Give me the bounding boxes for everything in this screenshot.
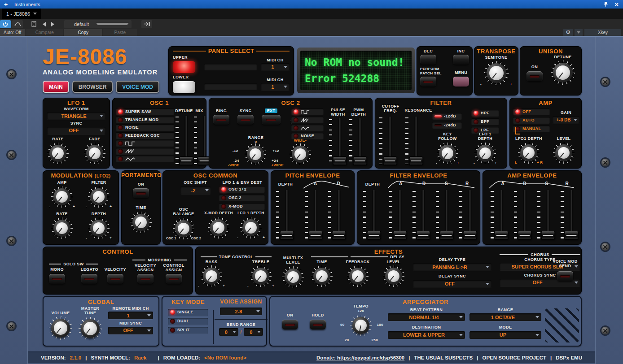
gain-dropdown[interactable]: +-0 DB: [553, 116, 579, 124]
multifx-level-knob[interactable]: MULTI-FX LEVEL: [278, 256, 308, 288]
mod-rate-knob[interactable]: RATE: [48, 212, 76, 239]
osc1-triangle-mod-option[interactable]: TRIANGLE MOD: [116, 117, 174, 123]
amp-release-slider[interactable]: [561, 189, 577, 240]
menu-button[interactable]: [453, 77, 469, 87]
master-tune-knob[interactable]: MASTER TUNE: [79, 306, 102, 340]
tab-voice-mod[interactable]: VOICE MOD: [116, 81, 159, 93]
dec-button[interactable]: [420, 55, 436, 65]
osc-shift-dropdown[interactable]: -2: [180, 186, 211, 194]
amp-attack-slider[interactable]: [491, 189, 507, 240]
osc2-range-knob[interactable]: RANGE 0 -12 +12 -24 +24 -WIDE +WIDE: [230, 135, 282, 167]
lower-midi-ch-dropdown[interactable]: 1: [261, 83, 290, 91]
osc2-square-wave-option[interactable]: [291, 108, 324, 115]
lfo1-rate-knob[interactable]: RATE: [47, 137, 69, 164]
beat-pattern-dropdown[interactable]: NORMAL 1/4: [388, 313, 465, 321]
delay-level-knob[interactable]: LEVEL: [383, 260, 404, 287]
tab-browser[interactable]: BROWSER: [72, 81, 113, 93]
resonance-slider[interactable]: [405, 116, 422, 166]
osc1-mix-slider[interactable]: [194, 115, 211, 166]
xkey-button[interactable]: Xkey: [584, 29, 621, 36]
key-mode-single-option[interactable]: SINGLE: [168, 309, 208, 316]
close-icon[interactable]: ×: [614, 1, 619, 8]
copy-button[interactable]: Copy: [64, 29, 102, 36]
delay-sync-dropdown[interactable]: OFF: [413, 280, 491, 288]
upper-midi-ch-dropdown[interactable]: 1: [261, 63, 290, 71]
arp-hold-button[interactable]: [310, 320, 326, 329]
osc1-saw-wave-option[interactable]: [116, 148, 174, 155]
osc2-saw-wave-option[interactable]: [291, 117, 324, 123]
lfo1-waveform-dropdown[interactable]: TRIANGLE: [47, 112, 105, 120]
osc1-feedback-osc-option[interactable]: FEEDBACK OSC: [116, 132, 174, 139]
destination-dropdown[interactable]: LOWER & UPPER: [388, 331, 465, 339]
mod-depth-knob[interactable]: DEPTH - +: [85, 212, 113, 239]
filter-bpf-option[interactable]: BPF: [471, 118, 499, 125]
filter-release-slider[interactable]: [459, 189, 476, 240]
instrument-tab[interactable]: 1 - JE8086: [2, 9, 41, 19]
ext-button[interactable]: [262, 115, 281, 125]
voice-assign-dropdown[interactable]: 2-8: [220, 308, 262, 315]
amp-level-knob[interactable]: LEVEL: [551, 136, 577, 164]
auto-mode-button[interactable]: Auto: Off: [0, 29, 25, 36]
perform-patch-sel-button[interactable]: [420, 77, 436, 87]
preset-file-button[interactable]: [28, 20, 39, 28]
filter-attack-slider[interactable]: [389, 189, 406, 240]
midi-sync-dropdown[interactable]: OFF: [108, 327, 153, 334]
treble-knob[interactable]: TREBLE -+: [250, 260, 272, 287]
amp-auto-option[interactable]: AUTO: [513, 117, 550, 124]
key-mode-split-option[interactable]: SPLIT: [168, 327, 208, 334]
compare-button[interactable]: Compare: [26, 29, 63, 36]
settings-gear-icon[interactable]: ⚙: [563, 29, 573, 36]
arp-mode-dropdown[interactable]: UP: [469, 331, 541, 339]
portamento-time-knob[interactable]: TIME: [121, 205, 161, 233]
amp-off-option[interactable]: OFF: [513, 108, 550, 115]
inc-button[interactable]: [453, 55, 469, 65]
dest-osc12-option[interactable]: OSC 1+2: [219, 186, 265, 193]
pulse-width-slider[interactable]: [329, 117, 346, 166]
key-follow-knob[interactable]: KEY FOLLOW - +: [435, 132, 460, 164]
portamento-on-button[interactable]: [133, 188, 149, 198]
mono-button[interactable]: [49, 274, 65, 284]
velocity-assign-button[interactable]: [137, 274, 154, 284]
filter-12db-option[interactable]: -12dB: [432, 113, 462, 120]
control-assign-button[interactable]: [166, 274, 182, 284]
osc1-noise-option[interactable]: NOISE: [116, 124, 174, 131]
dest-xmod-option[interactable]: X-MOD: [219, 203, 265, 210]
unison-on-button[interactable]: [526, 71, 543, 81]
settings-dropdown[interactable]: [575, 29, 583, 36]
osc1-detune-slider[interactable]: [175, 115, 192, 166]
osc2-wide-knob[interactable]: WIDE-: [290, 138, 311, 165]
lfo1-fade-knob[interactable]: FADE: [84, 137, 105, 164]
osc2-triangle-wave-option[interactable]: [291, 125, 324, 131]
osc2-noise-option[interactable]: NOISE: [291, 133, 324, 139]
tab-main[interactable]: MAIN: [43, 81, 69, 93]
mod-filter-knob[interactable]: FILTER - +: [85, 180, 113, 208]
ring-button[interactable]: [213, 115, 229, 125]
tempo-knob[interactable]: TEMPO 120 90 150 20 250: [338, 304, 384, 345]
panic-button[interactable]: [141, 20, 152, 28]
semitone-knob[interactable]: SEMITONE - +: [474, 55, 518, 85]
soft-bypass-button[interactable]: [12, 20, 23, 28]
pitch-decay-slider[interactable]: [328, 189, 345, 240]
xmod-depth-knob[interactable]: X-MOD DEPTH: [203, 211, 234, 238]
key-mode-dual-option[interactable]: DUAL: [168, 318, 208, 325]
osc-balance-knob[interactable]: OSC BALANCE OSC 1 OSC 2: [168, 207, 199, 239]
add-tab-button[interactable]: +: [0, 1, 12, 8]
amp-sustain-slider[interactable]: [537, 189, 554, 240]
prev-preset-button[interactable]: [40, 20, 48, 28]
legato-button[interactable]: [81, 274, 97, 284]
filter-lfo1-depth-knob[interactable]: LFO 1 DEPTH - +: [473, 132, 498, 164]
arp-on-button[interactable]: [282, 320, 298, 329]
osc2-sync-button[interactable]: [237, 115, 254, 125]
amp-decay-slider[interactable]: [514, 189, 531, 240]
pwm-depth-slider[interactable]: [349, 117, 366, 166]
unison-detune-knob[interactable]: DETUNE: [551, 55, 575, 85]
lower-select-button[interactable]: [173, 81, 195, 93]
filter-24db-option[interactable]: -24dB: [432, 122, 462, 129]
bend-range-down-dropdown[interactable]: 0: [219, 328, 238, 336]
mod-amp-knob[interactable]: AMP - +: [48, 180, 76, 208]
paste-button[interactable]: Paste: [103, 29, 137, 36]
filter-decay-slider[interactable]: [412, 189, 429, 240]
cutoff-slider[interactable]: [379, 116, 396, 166]
pitch-attack-slider[interactable]: [305, 189, 321, 240]
delay-feedback-knob[interactable]: FEEDBACK: [346, 260, 369, 287]
